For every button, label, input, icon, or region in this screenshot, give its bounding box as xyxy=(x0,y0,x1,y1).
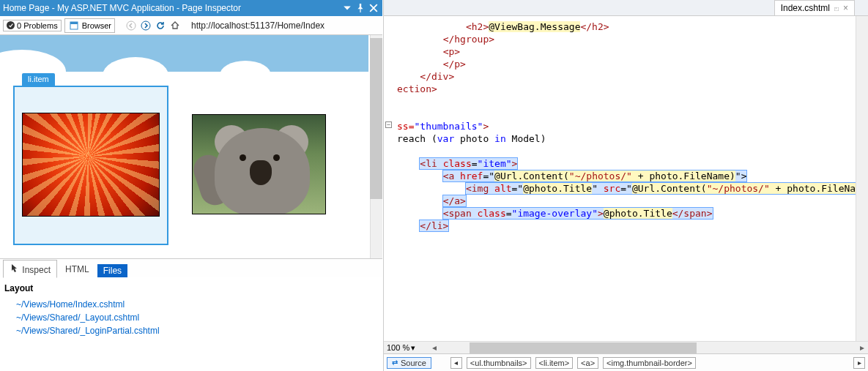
refresh-icon[interactable] xyxy=(155,20,166,31)
source-button[interactable]: ⇄ Source xyxy=(387,357,431,369)
forward-icon[interactable] xyxy=(140,20,152,31)
close-icon[interactable] xyxy=(368,2,379,14)
code-text[interactable]: <h2>@ViewBag.Message</h2> </hgroup> <p> … xyxy=(384,16,868,232)
outline-collapse-icon[interactable]: − xyxy=(385,121,392,128)
thumbnail-image-2[interactable] xyxy=(192,114,326,214)
arrows-icon: ⇄ xyxy=(392,359,398,367)
window-dropdown-icon[interactable] xyxy=(341,2,353,14)
browser-button[interactable]: Browser xyxy=(64,18,115,33)
pin-icon[interactable]: ⏍ xyxy=(834,4,839,12)
scroll-track[interactable] xyxy=(440,342,856,354)
browser-icon xyxy=(68,20,80,31)
breadcrumb-item[interactable]: <a> xyxy=(577,357,598,369)
tab-html[interactable]: HTML xyxy=(59,261,96,277)
editor-horizontal-scrollbar[interactable]: 100 %▾ ◂ ▸ xyxy=(384,341,868,353)
layout-heading: Layout xyxy=(4,283,378,293)
breadcrumb-item[interactable]: <ul.thumbnails> xyxy=(467,357,531,369)
tab-inspect-label: Inspect xyxy=(22,265,51,275)
browser-preview: li.item xyxy=(0,35,382,258)
document-tab[interactable]: Index.cshtml ⏍ × xyxy=(774,0,855,15)
layout-file[interactable]: ~/Views/Home/Index.cshtml xyxy=(4,298,378,311)
check-icon xyxy=(7,21,15,29)
svg-rect-1 xyxy=(70,22,78,24)
document-tab-label: Index.cshtml xyxy=(781,3,830,13)
scroll-thumb[interactable] xyxy=(470,342,697,353)
page-header-bg xyxy=(0,35,368,72)
scroll-left-icon[interactable]: ◂ xyxy=(428,342,440,354)
close-tab-icon[interactable]: × xyxy=(843,3,848,13)
code-area[interactable]: − <h2>@ViewBag.Message</h2> </hgroup> <p… xyxy=(384,16,868,341)
element-tag-badge: li.item xyxy=(22,73,55,86)
code-editor-panel: Index.cshtml ⏍ × − <h2>@ViewBag.Message<… xyxy=(383,0,868,371)
window-title: Home Page - My ASP.NET MVC Application -… xyxy=(3,3,340,13)
svg-point-3 xyxy=(141,21,150,30)
layout-panel: Layout ~/Views/Home/Index.cshtml ~/Views… xyxy=(0,277,382,343)
svg-point-2 xyxy=(127,21,136,30)
page-inspector-panel: Home Page - My ASP.NET MVC Application -… xyxy=(0,0,382,371)
inspector-tabstrip: Inspect HTML Files xyxy=(0,258,382,277)
tab-files[interactable]: Files xyxy=(97,264,127,277)
chevron-down-icon: ▾ xyxy=(411,343,415,353)
back-icon[interactable] xyxy=(125,20,137,31)
preview-scrollbar[interactable] xyxy=(370,35,382,258)
thumbnail-image-1[interactable] xyxy=(22,113,160,217)
home-icon[interactable] xyxy=(169,20,181,31)
breadcrumb-item[interactable]: <img.thumbnail-border> xyxy=(603,357,696,369)
url-text[interactable]: http://localhost:51137/Home/Index xyxy=(191,20,324,31)
layout-file[interactable]: ~/Views/Shared/_Layout.cshtml xyxy=(4,311,378,324)
tab-inspect[interactable]: Inspect xyxy=(3,260,57,278)
editor-vertical-scrollbar[interactable] xyxy=(856,16,868,341)
breadcrumb-next-icon[interactable]: ▸ xyxy=(853,357,865,369)
preview-scrollbar-thumb[interactable] xyxy=(370,38,382,199)
breadcrumb-bar: ⇄ Source ◂ <ul.thumbnails> <li.item> <a>… xyxy=(384,353,868,371)
browser-label: Browser xyxy=(82,21,111,30)
titlebar: Home Page - My ASP.NET MVC Application -… xyxy=(0,0,382,16)
layout-file[interactable]: ~/Views/Shared/_LoginPartial.cshtml xyxy=(4,324,378,337)
breadcrumb-item[interactable]: <li.item> xyxy=(535,357,574,369)
cursor-icon xyxy=(10,263,20,273)
problems-label: 0 Problems xyxy=(17,21,58,30)
scroll-right-icon[interactable]: ▸ xyxy=(856,342,868,354)
zoom-level[interactable]: 100 %▾ xyxy=(384,343,428,353)
document-tabstrip: Index.cshtml ⏍ × xyxy=(384,0,868,16)
breadcrumb-prev-icon[interactable]: ◂ xyxy=(450,357,462,369)
pin-icon[interactable] xyxy=(355,2,366,14)
inspector-toolbar: 0 Problems Browser http://localhost:5113… xyxy=(0,16,382,35)
source-label: Source xyxy=(401,359,426,367)
problems-button[interactable]: 0 Problems xyxy=(3,20,62,31)
